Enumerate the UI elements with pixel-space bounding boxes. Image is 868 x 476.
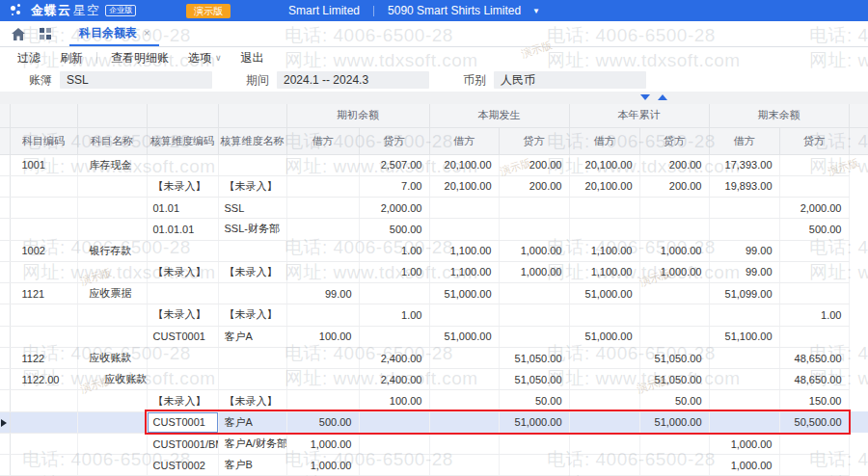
table-row[interactable]: 【未录入】【未录入】100.0050.0050.00150.00 bbox=[0, 390, 868, 411]
cell-account-code bbox=[10, 390, 77, 411]
cell-account-name bbox=[77, 411, 147, 433]
table-row[interactable]: 1122.00应收账款2,400.0051,050.0051,050.0048,… bbox=[0, 369, 868, 390]
exit-button[interactable]: 退出 bbox=[231, 50, 274, 66]
cell-account-code: 1122.00 bbox=[10, 369, 77, 390]
toolbar: 过滤 刷新 查看明细账 选项 ∨ 退出 bbox=[0, 47, 868, 68]
row-filler bbox=[849, 326, 868, 347]
cell-value: 100.00 bbox=[359, 390, 429, 411]
table-row[interactable]: 1001库存现金2,507.0020,100.00200.0020,100.00… bbox=[0, 154, 868, 175]
cell-dimension-code bbox=[147, 240, 218, 261]
row-filler bbox=[849, 240, 868, 261]
top-app-bar: 金蝶云 星空 企业版 演示版 Smart Limited 5090 Smart … bbox=[0, 0, 868, 21]
col-account-name[interactable]: 科目名称 bbox=[77, 127, 147, 154]
col-credit[interactable]: 贷方 bbox=[779, 127, 849, 154]
blank-header bbox=[77, 104, 147, 127]
cell-value bbox=[499, 433, 569, 454]
col-debit[interactable]: 借方 bbox=[286, 127, 359, 154]
chevron-down-icon[interactable]: ▼ bbox=[532, 7, 540, 15]
column-header-row: 科目编码 科目名称 核算维度编码 核算维度名称 借方 贷方 借方 贷方 借方 贷… bbox=[0, 127, 868, 154]
divider bbox=[96, 52, 97, 64]
options-button[interactable]: 选项 ∨ bbox=[178, 50, 231, 66]
col-credit[interactable]: 贷方 bbox=[639, 127, 709, 154]
cell-value: 20,100.00 bbox=[429, 175, 499, 197]
cell-value bbox=[569, 369, 639, 390]
close-icon[interactable]: × bbox=[144, 27, 149, 39]
row-filler bbox=[849, 219, 868, 240]
row-gutter bbox=[0, 411, 10, 433]
col-debit[interactable]: 借方 bbox=[709, 127, 779, 154]
row-filler bbox=[849, 390, 868, 411]
cell-account-name bbox=[77, 219, 147, 240]
cell-value: 1,000.00 bbox=[639, 240, 709, 261]
table-row[interactable]: 1002银行存款1.001,100.001,000.001,100.001,00… bbox=[0, 240, 868, 261]
table-row[interactable]: CUST0001客户A100.0051,000.0051,000.0051,10… bbox=[0, 326, 868, 347]
filter-button[interactable]: 过滤 bbox=[8, 50, 50, 66]
view-detail-ledger-button[interactable]: 查看明细账 bbox=[101, 50, 178, 66]
table-row[interactable]: 01.01SSL2,000.002,000.00 bbox=[0, 198, 868, 219]
table-row[interactable]: 【未录入】【未录入】1.001.00 bbox=[0, 304, 868, 326]
col-credit[interactable]: 贷方 bbox=[359, 127, 429, 154]
gutter-header bbox=[0, 127, 10, 154]
refresh-button[interactable]: 刷新 bbox=[50, 50, 93, 66]
filler-header bbox=[849, 104, 868, 127]
table-row[interactable]: CUST0001/BM00客户A/财务部1,000.001,000.00 bbox=[0, 433, 868, 454]
row-gutter bbox=[0, 433, 10, 454]
cell-value bbox=[779, 240, 849, 261]
col-dimension-name[interactable]: 核算维度名称 bbox=[218, 127, 286, 154]
group-header-row: 期初余额 本期发生 本年累计 期末余额 bbox=[0, 104, 868, 127]
table-row[interactable]: 1121应收票据99.0051,000.0051,000.0051,099.00 bbox=[0, 283, 868, 304]
cell-value bbox=[429, 455, 499, 476]
cell-value: 1,000.00 bbox=[639, 261, 709, 282]
cell-account-name: 应收账款 bbox=[77, 347, 147, 368]
cell-value bbox=[499, 283, 569, 304]
cell-value bbox=[569, 219, 639, 240]
tab-account-balance[interactable]: 科目余额表 × bbox=[69, 21, 159, 46]
cell-dimension-code[interactable]: CUST0001 bbox=[147, 411, 218, 433]
home-icon[interactable] bbox=[12, 21, 25, 46]
cell-account-code bbox=[10, 261, 77, 282]
cell-value: 50,500.00 bbox=[779, 411, 849, 433]
row-gutter bbox=[0, 369, 10, 390]
collapse-up-icon[interactable] bbox=[658, 94, 667, 100]
collapse-down-icon[interactable] bbox=[640, 94, 650, 100]
cell-value: 100.00 bbox=[286, 326, 359, 347]
apps-grid-icon[interactable] bbox=[40, 21, 51, 46]
cell-dimension-name: 客户A bbox=[218, 326, 286, 347]
table-row[interactable]: 【未录入】【未录入】7.0020,100.00200.0020,100.0020… bbox=[0, 175, 868, 197]
col-debit[interactable]: 借方 bbox=[429, 127, 499, 154]
cell-value: 2,400.00 bbox=[359, 369, 429, 390]
table-row[interactable]: CUST0001客户A500.0051,000.0051,000.0050,50… bbox=[0, 411, 868, 433]
org-selector[interactable]: 5090 Smart Shirts Limited bbox=[388, 4, 521, 17]
chevron-down-icon: ∨ bbox=[215, 53, 222, 63]
col-credit[interactable]: 贷方 bbox=[499, 127, 569, 154]
cell-value: 1.00 bbox=[779, 304, 849, 326]
edition-badge: 企业版 bbox=[105, 5, 136, 16]
row-filler bbox=[849, 369, 868, 390]
cell-value: 51,050.00 bbox=[639, 369, 709, 390]
cell-value: 99.00 bbox=[709, 261, 779, 282]
col-dimension-code[interactable]: 核算维度编码 bbox=[147, 127, 218, 154]
cell-account-code bbox=[10, 433, 77, 454]
currency-field[interactable]: 人民币 bbox=[494, 71, 646, 89]
cell-dimension-name: 客户A/财务部 bbox=[218, 433, 286, 454]
table-row[interactable]: 1122应收账款2,400.0051,050.0051,050.0048,650… bbox=[0, 347, 868, 368]
table-row[interactable]: 01.01.01SSL-财务部500.00500.00 bbox=[0, 219, 868, 240]
table-row[interactable]: 【未录入】【未录入】1.001,100.001,000.001,100.001,… bbox=[0, 261, 868, 282]
cell-value: 17,393.00 bbox=[709, 154, 779, 175]
row-filler bbox=[849, 175, 868, 197]
cell-value: 1,000.00 bbox=[709, 433, 779, 454]
book-field[interactable]: SSL bbox=[60, 71, 212, 89]
cell-value bbox=[429, 433, 499, 454]
cell-account-code: 1001 bbox=[10, 154, 77, 175]
cell-value bbox=[429, 198, 499, 219]
col-account-code[interactable]: 科目编码 bbox=[10, 127, 77, 154]
cell-value bbox=[569, 455, 639, 476]
period-field[interactable]: 2024.1 -- 2024.3 bbox=[277, 71, 429, 89]
cell-value: 1,100.00 bbox=[429, 261, 499, 282]
col-debit[interactable]: 借方 bbox=[569, 127, 639, 154]
row-gutter bbox=[0, 455, 10, 476]
cell-dimension-name: SSL-财务部 bbox=[218, 219, 286, 240]
cell-value bbox=[359, 326, 429, 347]
table-row[interactable]: CUST0002客户B1,000.001,000.00 bbox=[0, 455, 868, 476]
cell-value: 2,000.00 bbox=[359, 198, 429, 219]
